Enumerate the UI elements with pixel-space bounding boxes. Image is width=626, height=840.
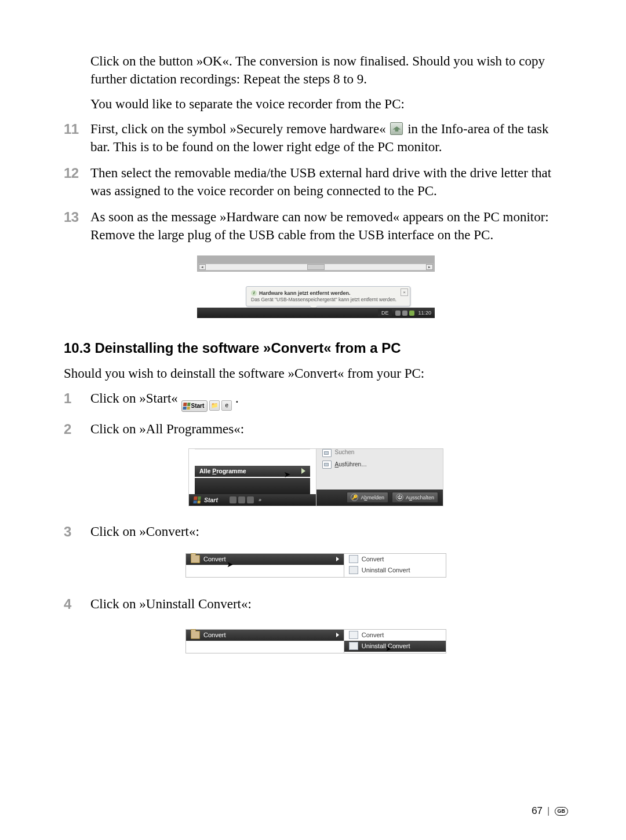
balloon-body: Das Gerät "USB-Massenspeichergerät" kann… bbox=[251, 297, 405, 303]
search-icon bbox=[322, 449, 332, 457]
run-label: Ausführen… bbox=[335, 461, 367, 468]
step-text: Then select the removable media/the USB … bbox=[90, 166, 551, 198]
quicklaunch-icon bbox=[247, 496, 254, 503]
convert-folder-label: Convert bbox=[203, 556, 226, 563]
taskbar-start-band: Start » bbox=[189, 494, 316, 506]
figure-uninstall-convert-menu: Convert Convert Uninstall Convert bbox=[64, 621, 568, 653]
step-text-b: . bbox=[235, 391, 239, 406]
safely-remove-hardware-icon bbox=[390, 122, 403, 135]
logoff-button: 🔑 Abmelden bbox=[347, 492, 388, 503]
logoff-icon: 🔑 bbox=[351, 494, 358, 501]
keyboard-language-indicator: DE bbox=[378, 309, 392, 316]
cursor-arrow-icon: ➤ bbox=[385, 644, 392, 653]
scroll-right-arrow-icon: ▸ bbox=[426, 264, 433, 270]
step-text-a: First, click on the symbol »Securely rem… bbox=[90, 122, 389, 136]
start-button-inline: Start 📁 e bbox=[181, 400, 232, 412]
folder-icon bbox=[191, 555, 200, 563]
convert-folder-label: Convert bbox=[203, 631, 226, 638]
submenu-arrow-icon bbox=[336, 557, 339, 561]
notification-balloon: × i Hardware kann jetzt entfernt werden.… bbox=[246, 286, 410, 307]
clock: 11:20 bbox=[418, 310, 431, 316]
step-3: 3 Click on »Convert«: bbox=[64, 523, 568, 540]
tray-icon bbox=[409, 311, 414, 316]
power-icon: ⏻ bbox=[396, 494, 403, 501]
uninstall-convert-label: Uninstall Convert bbox=[362, 567, 410, 574]
convert-app-label: Convert bbox=[362, 631, 384, 638]
manual-page: Click on the button »OK«. The conversion… bbox=[0, 0, 626, 840]
balloon-close-icon: × bbox=[401, 288, 408, 296]
windows-flag-icon bbox=[193, 496, 201, 503]
application-icon bbox=[349, 555, 358, 563]
quicklaunch-icon: 📁 bbox=[209, 400, 220, 411]
cursor-arrow-icon: ➤ bbox=[227, 560, 234, 569]
step-11: 11 First, click on the symbol »Securely … bbox=[64, 120, 568, 156]
page-footer: 67 | GB bbox=[532, 805, 568, 817]
windows-flag-icon bbox=[183, 403, 190, 410]
quicklaunch-ie-icon: e bbox=[221, 400, 232, 411]
section-intro: Should you wish to deinstall the softwar… bbox=[64, 364, 568, 382]
power-row: 🔑 Abmelden ⏻ Ausschalten bbox=[316, 490, 443, 506]
convert-app-label: Convert bbox=[362, 556, 384, 563]
uninstall-icon bbox=[349, 642, 358, 650]
info-icon: i bbox=[251, 290, 257, 296]
search-item: Suchen bbox=[316, 449, 443, 458]
start-button-label: Start bbox=[191, 402, 205, 410]
step-number: 13 bbox=[64, 208, 85, 227]
step-text: Click on »Uninstall Convert«: bbox=[90, 597, 252, 611]
section-heading: 10.3 Deinstalling the software »Convert«… bbox=[64, 340, 568, 356]
submenu-arrow-icon bbox=[336, 633, 339, 637]
step-number: 12 bbox=[64, 164, 85, 182]
step-text: Click on »Convert«: bbox=[90, 524, 199, 539]
step-number: 4 bbox=[64, 595, 85, 613]
convert-folder-item: Convert bbox=[186, 554, 344, 565]
uninstall-convert-item: Uninstall Convert bbox=[344, 565, 446, 576]
run-item: Ausführen… bbox=[316, 458, 443, 471]
step-number: 3 bbox=[64, 523, 85, 541]
scrollbar-thumb bbox=[307, 264, 325, 270]
step-text: As soon as the message »Hardware can now… bbox=[90, 210, 549, 242]
step-13: 13 As soon as the message »Hardware can … bbox=[64, 208, 568, 244]
step-12: 12 Then select the removable media/the U… bbox=[64, 164, 568, 200]
shutdown-label: Ausschalten bbox=[406, 495, 434, 501]
paragraph-separate: You would like to separate the voice rec… bbox=[90, 95, 568, 113]
scroll-left-arrow-icon: ◂ bbox=[199, 264, 206, 270]
uninstall-convert-item-selected: Uninstall Convert bbox=[344, 641, 446, 652]
region-badge: GB bbox=[555, 807, 569, 816]
convert-app-item: Convert bbox=[344, 630, 446, 641]
figure-convert-menu: Convert ➤ Convert Uninstall Convert bbox=[64, 549, 568, 578]
convert-folder-item: Convert bbox=[186, 630, 344, 641]
logoff-label: Abmelden bbox=[361, 495, 384, 501]
step-1: 1 Click on »Start« Start 📁 e . bbox=[64, 389, 568, 411]
step-text: Click on »All Programmes«: bbox=[90, 422, 244, 436]
submenu-arrow-icon bbox=[301, 468, 305, 474]
start-label: Start bbox=[204, 496, 218, 503]
cursor-arrow-icon: ➤ bbox=[283, 469, 291, 479]
expand-icon: » bbox=[259, 497, 261, 503]
run-icon bbox=[322, 461, 332, 469]
application-icon bbox=[349, 631, 358, 639]
all-programs-item: Alle Programme bbox=[195, 466, 310, 477]
tray-icon bbox=[395, 311, 401, 316]
quicklaunch-icon bbox=[230, 496, 236, 503]
uninstall-icon bbox=[349, 566, 358, 574]
step-number: 2 bbox=[64, 420, 85, 439]
shutdown-button: ⏻ Ausschalten bbox=[392, 492, 438, 503]
figure-start-menu: Alle Programme Start » bbox=[64, 446, 568, 506]
step-4: 4 Click on »Uninstall Convert«: bbox=[64, 595, 568, 613]
step-2: 2 Click on »All Programmes«: bbox=[64, 420, 568, 438]
figure-hardware-balloon: ◂ ▸ × i Hardware kann jetzt entfernt wer… bbox=[64, 252, 568, 318]
step-number: 1 bbox=[64, 389, 85, 408]
page-number: 67 bbox=[532, 805, 543, 817]
quicklaunch-icon bbox=[238, 496, 245, 503]
folder-icon bbox=[191, 631, 200, 639]
taskbar: DE 11:20 bbox=[197, 308, 435, 318]
convert-app-item: Convert bbox=[344, 554, 446, 565]
step-number: 11 bbox=[64, 120, 85, 138]
step-text-a: Click on »Start« bbox=[90, 391, 181, 406]
all-programs-label: Alle Programme bbox=[199, 468, 246, 474]
balloon-title: Hardware kann jetzt entfernt werden. bbox=[259, 290, 351, 296]
paragraph-intro: Click on the button »OK«. The conversion… bbox=[90, 52, 568, 88]
tray-icon bbox=[402, 311, 407, 316]
system-tray bbox=[395, 311, 414, 316]
